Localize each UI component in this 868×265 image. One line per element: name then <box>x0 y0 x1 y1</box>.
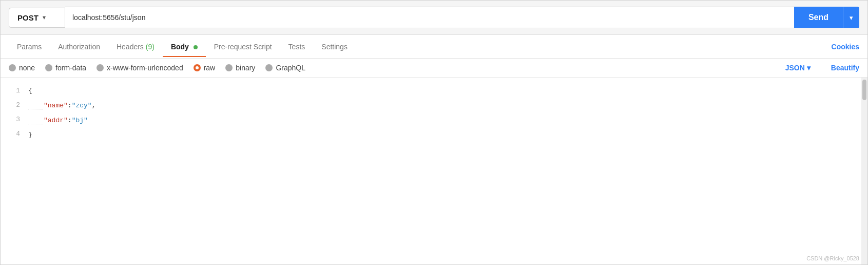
cookies-link[interactable]: Cookies <box>832 36 859 57</box>
radio-raw-label: raw <box>204 64 216 72</box>
watermark: CSDN @Ricky_0528 <box>806 255 859 261</box>
radio-raw[interactable]: raw <box>194 64 216 72</box>
method-label: POST <box>17 13 38 22</box>
method-dropdown[interactable]: POST ▾ <box>9 8 65 28</box>
radio-binary-circle <box>225 64 233 71</box>
send-dropdown-button[interactable]: ▾ <box>843 7 859 28</box>
key-addr: "addr" <box>44 113 68 128</box>
tabs-bar: Params Authorization Headers (9) Body Pr… <box>1 35 867 59</box>
radio-form-data-label: form-data <box>55 64 86 72</box>
code-line-3: "addr" : "bj" <box>26 113 861 128</box>
scrollbar[interactable] <box>861 78 867 264</box>
tab-headers[interactable]: Headers (9) <box>108 36 163 57</box>
radio-form-data-circle <box>45 64 52 71</box>
radio-urlencoded-circle <box>97 64 104 71</box>
radio-form-data[interactable]: form-data <box>45 64 86 72</box>
headers-badge: (9) <box>146 43 155 51</box>
url-input[interactable] <box>65 7 794 28</box>
editor-area: 1 2 3 4 { "name" : "zcy" , "addr" : "bj" <box>1 78 867 264</box>
radio-graphql-label: GraphQL <box>276 64 305 72</box>
send-btn-group: Send ▾ <box>794 7 859 28</box>
beautify-button[interactable]: Beautify <box>831 64 859 72</box>
scrollbar-thumb[interactable] <box>862 80 866 100</box>
line-number-4: 4 <box>1 127 20 141</box>
line-numbers: 1 2 3 4 <box>1 78 26 264</box>
radio-none[interactable]: none <box>9 64 35 72</box>
line-number-1: 1 <box>1 84 20 98</box>
key-name: "name" <box>44 99 68 113</box>
tab-prerequest[interactable]: Pre-request Script <box>206 36 280 57</box>
colon-1: : <box>68 99 72 113</box>
radio-none-label: none <box>19 64 35 72</box>
value-name: "zcy" <box>72 99 92 113</box>
tab-authorization[interactable]: Authorization <box>50 36 108 57</box>
radio-none-circle <box>9 64 16 71</box>
code-line-4: } <box>26 128 861 142</box>
tab-settings[interactable]: Settings <box>313 36 356 57</box>
indent-3 <box>28 109 43 124</box>
radio-binary-label: binary <box>236 64 255 72</box>
code-line-1: { <box>26 84 861 98</box>
tab-tests[interactable]: Tests <box>280 36 314 57</box>
radio-graphql[interactable]: GraphQL <box>265 64 305 72</box>
radio-binary[interactable]: binary <box>225 64 255 72</box>
value-addr: "bj" <box>72 113 88 128</box>
method-chevron-icon: ▾ <box>43 14 46 21</box>
line-number-3: 3 <box>1 112 20 127</box>
json-type-dropdown[interactable]: JSON ▾ <box>785 64 811 72</box>
tab-params[interactable]: Params <box>9 36 50 57</box>
tab-body[interactable]: Body <box>163 36 206 57</box>
line-number-2: 2 <box>1 98 20 112</box>
radio-graphql-circle <box>265 64 273 71</box>
code-line-2: "name" : "zcy" , <box>26 98 861 113</box>
app-container: POST ▾ Send ▾ Params Authorization Heade… <box>0 0 868 265</box>
json-chevron-icon: ▾ <box>807 64 811 72</box>
comma-1: , <box>92 99 96 113</box>
radio-urlencoded[interactable]: x-www-form-urlencoded <box>97 64 183 72</box>
send-button[interactable]: Send <box>794 7 843 28</box>
code-editor[interactable]: { "name" : "zcy" , "addr" : "bj" } <box>26 78 861 264</box>
json-type-label: JSON <box>785 64 805 72</box>
body-active-dot <box>194 45 198 49</box>
indent-2 <box>28 94 43 109</box>
colon-2: : <box>68 113 72 128</box>
top-bar: POST ▾ Send ▾ <box>1 1 867 35</box>
radio-urlencoded-label: x-www-form-urlencoded <box>107 64 183 72</box>
radio-raw-circle <box>194 64 201 71</box>
close-brace: } <box>28 128 32 142</box>
body-type-bar: none form-data x-www-form-urlencoded raw… <box>1 59 867 78</box>
